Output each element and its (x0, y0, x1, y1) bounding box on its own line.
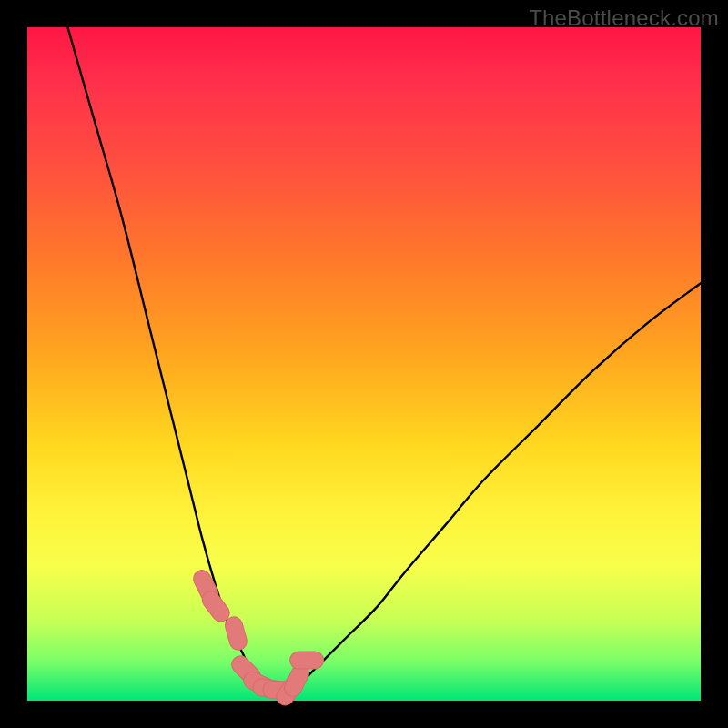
markers-group (202, 579, 315, 696)
plot-area (27, 27, 701, 701)
chart-svg (27, 27, 701, 701)
chart-frame: TheBottleneck.com (0, 0, 728, 728)
marker-dot (234, 625, 238, 641)
curve-right (283, 283, 701, 693)
marker-dot (211, 600, 221, 612)
marker-dot (293, 673, 300, 688)
curve-left (67, 27, 283, 694)
